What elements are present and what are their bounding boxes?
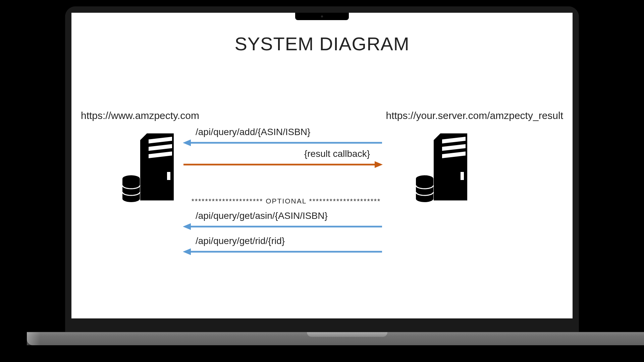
server-right-icon [415,130,472,205]
svg-marker-17 [375,161,383,168]
server-left-icon [122,130,179,205]
left-server-url: https://www.amzpecty.com [81,110,199,121]
arrow-right-icon [182,161,383,169]
arrow-callback: {result callback} [182,148,383,170]
arrow-get-rid-label: /api/query/get/rid/{rid} [182,236,383,246]
arrow-get-asin-label: /api/query/get/asin/{ASIN/ISBN} [182,210,383,221]
svg-point-13 [416,195,433,202]
arrow-add-query: /api/query/add/{ASIN/ISBN} [182,127,383,148]
arrow-get-asin: /api/query/get/asin/{ASIN/ISBN} [182,210,383,232]
laptop-notch [295,13,349,20]
trackpad-notch [307,332,387,337]
svg-rect-10 [461,172,464,180]
svg-marker-15 [183,139,191,146]
arrow-get-rid: /api/query/get/rid/{rid} [182,236,383,257]
laptop-mockup: SYSTEM DIAGRAM https://www.amzpecty.com … [27,7,617,355]
optional-divider: ********************* OPTIONAL *********… [182,197,390,205]
svg-marker-19 [183,223,191,230]
arrow-add-query-label: /api/query/add/{ASIN/ISBN} [182,127,383,137]
arrow-left-icon [182,139,383,147]
svg-marker-21 [183,248,191,255]
arrow-left-icon [182,223,383,231]
arrow-callback-label: {result callback} [182,148,383,159]
diagram-title: SYSTEM DIAGRAM [71,33,573,55]
screen-content: SYSTEM DIAGRAM https://www.amzpecty.com … [71,13,573,318]
right-server-url: https://your.server.com/amzpecty_result [386,110,563,121]
camera-icon [321,15,323,17]
svg-rect-3 [167,172,170,180]
svg-point-6 [122,195,140,202]
laptop-frame: SYSTEM DIAGRAM https://www.amzpecty.com … [65,7,579,332]
arrow-left-icon [182,248,383,256]
laptop-base [27,332,644,345]
